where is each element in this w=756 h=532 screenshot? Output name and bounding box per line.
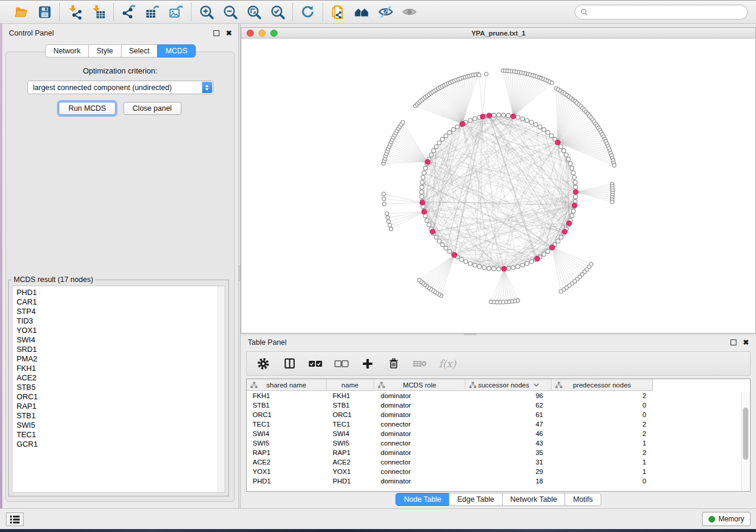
graph-leaf-node[interactable]: [389, 227, 393, 230]
graph-ring-node[interactable]: [448, 249, 452, 254]
graph-leaf-node[interactable]: [385, 212, 388, 216]
graph-ring-node[interactable]: [437, 239, 441, 243]
graph-ring-node[interactable]: [441, 243, 445, 247]
graph-ring-node[interactable]: [437, 141, 441, 145]
search-input[interactable]: [591, 7, 742, 17]
graph-ring-node[interactable]: [538, 125, 542, 129]
mcds-result-item[interactable]: YOX1: [17, 326, 225, 335]
zoom-fit-button[interactable]: [245, 4, 262, 20]
tab-network[interactable]: Network: [45, 44, 89, 57]
graph-ring-node[interactable]: [420, 185, 424, 189]
graph-ring-node[interactable]: [521, 117, 525, 121]
network-window-titlebar[interactable]: YPA_prune.txt_1: [241, 28, 755, 39]
table-row[interactable]: SWI5SWI5connector431: [247, 438, 750, 448]
mcds-list-scrollbar[interactable]: [218, 286, 225, 492]
column-header-successor-nodes[interactable]: successor nodes: [465, 379, 551, 390]
graph-ring-node[interactable]: [529, 120, 534, 124]
graph-ring-node[interactable]: [492, 267, 496, 271]
mcds-result-item[interactable]: STB5: [17, 383, 225, 392]
graph-hub-node[interactable]: [502, 267, 506, 271]
graph-ring-node[interactable]: [487, 267, 491, 271]
graph-ring-node[interactable]: [444, 246, 448, 250]
graph-hub-node[interactable]: [460, 121, 465, 126]
graph-ring-node[interactable]: [420, 190, 424, 194]
graph-leaf-node[interactable]: [388, 223, 391, 227]
graph-ring-node[interactable]: [556, 239, 560, 243]
mcds-result-item[interactable]: TEC1: [17, 430, 225, 440]
graph-ring-node[interactable]: [444, 134, 448, 138]
show-hidden-button[interactable]: [401, 4, 417, 20]
graph-leaf-node[interactable]: [610, 200, 614, 204]
tab-network-table[interactable]: Network Table: [502, 493, 566, 506]
float-panel-icon[interactable]: [731, 339, 736, 345]
graph-ring-node[interactable]: [421, 175, 425, 180]
tab-style[interactable]: Style: [88, 44, 122, 57]
graph-ring-node[interactable]: [559, 235, 563, 239]
export-network-button[interactable]: [120, 4, 137, 20]
graph-ring-node[interactable]: [502, 113, 506, 117]
import-network-button[interactable]: [66, 4, 83, 20]
graph-ring-node[interactable]: [420, 180, 425, 184]
graph-ring-node[interactable]: [511, 265, 515, 270]
graph-hub-node[interactable]: [567, 221, 572, 226]
table-row[interactable]: RAP1RAP1dominator352: [247, 448, 750, 457]
graph-ring-node[interactable]: [497, 113, 501, 117]
mcds-result-item[interactable]: PHD1: [17, 288, 225, 297]
column-header-name[interactable]: name: [327, 379, 374, 390]
graph-hub-node[interactable]: [572, 203, 577, 208]
table-row[interactable]: STB1STB1dominator620: [247, 400, 750, 410]
table-row[interactable]: ORC1ORC1dominator610: [247, 410, 750, 419]
table-scrollbar-thumb[interactable]: [743, 408, 748, 460]
graph-ring-node[interactable]: [573, 185, 578, 189]
graph-ring-node[interactable]: [427, 223, 431, 227]
graph-ring-node[interactable]: [534, 123, 538, 127]
tab-motifs[interactable]: Motifs: [564, 493, 601, 506]
graph-ring-node[interactable]: [420, 195, 424, 199]
graph-hub-node[interactable]: [487, 113, 492, 118]
column-header-predecessor-nodes[interactable]: predecessor nodes: [551, 379, 652, 390]
graph-ring-node[interactable]: [550, 134, 554, 138]
close-panel-icon[interactable]: ✖: [743, 339, 749, 345]
graph-hub-node[interactable]: [573, 190, 578, 194]
graph-ring-node[interactable]: [525, 262, 529, 266]
memory-button[interactable]: Memory: [702, 512, 751, 526]
graph-hub-node[interactable]: [511, 114, 516, 118]
table-row[interactable]: YOX1YOX1connector291: [247, 467, 750, 476]
graph-ring-node[interactable]: [546, 249, 550, 254]
mcds-result-item[interactable]: RAP1: [17, 402, 225, 411]
graph-ring-node[interactable]: [468, 262, 473, 266]
mcds-result-item[interactable]: SWI5: [17, 421, 225, 430]
import-table-button[interactable]: [90, 4, 107, 20]
graph-ring-node[interactable]: [468, 118, 473, 123]
mcds-result-list[interactable]: PHD1CAR1STP4TID3YOX1SWI4SRD1PMA2FKH1ACE2…: [12, 286, 225, 493]
task-history-button[interactable]: [6, 512, 24, 526]
graph-ring-node[interactable]: [506, 267, 511, 271]
graph-ring-node[interactable]: [477, 265, 481, 269]
graph-ring-node[interactable]: [422, 171, 426, 175]
graph-ring-node[interactable]: [572, 209, 576, 213]
graph-ring-node[interactable]: [434, 235, 438, 239]
float-panel-icon[interactable]: [213, 30, 219, 36]
graph-hub-node[interactable]: [535, 257, 540, 261]
graph-hub-node[interactable]: [480, 114, 485, 119]
graph-hub-node[interactable]: [420, 200, 425, 205]
tab-mcds[interactable]: MCDS: [157, 44, 196, 57]
table-row[interactable]: TEC1TEC1connector472: [247, 419, 750, 429]
graph-hub-node[interactable]: [425, 159, 430, 164]
graph-leaf-node[interactable]: [382, 202, 386, 206]
graph-leaf-node[interactable]: [401, 120, 404, 124]
mcds-result-item[interactable]: CAR1: [17, 297, 225, 307]
graph-ring-node[interactable]: [464, 259, 468, 264]
table-row[interactable]: FKH1FKH1dominator962: [247, 391, 750, 400]
mcds-result-item[interactable]: GCR1: [17, 440, 225, 449]
tab-select[interactable]: Select: [121, 44, 158, 57]
mcds-result-item[interactable]: FKH1: [17, 364, 225, 373]
graph-ring-node[interactable]: [516, 116, 520, 120]
graph-ring-node[interactable]: [572, 171, 576, 175]
clone-network-button[interactable]: [330, 4, 346, 20]
save-session-button[interactable]: [36, 4, 53, 20]
refresh-button[interactable]: [299, 4, 316, 20]
table-row[interactable]: PHD1PHD1dominator180: [247, 476, 750, 486]
close-panel-icon[interactable]: ✖: [226, 30, 232, 36]
table-row[interactable]: ACE2ACE2connector311: [247, 457, 750, 467]
